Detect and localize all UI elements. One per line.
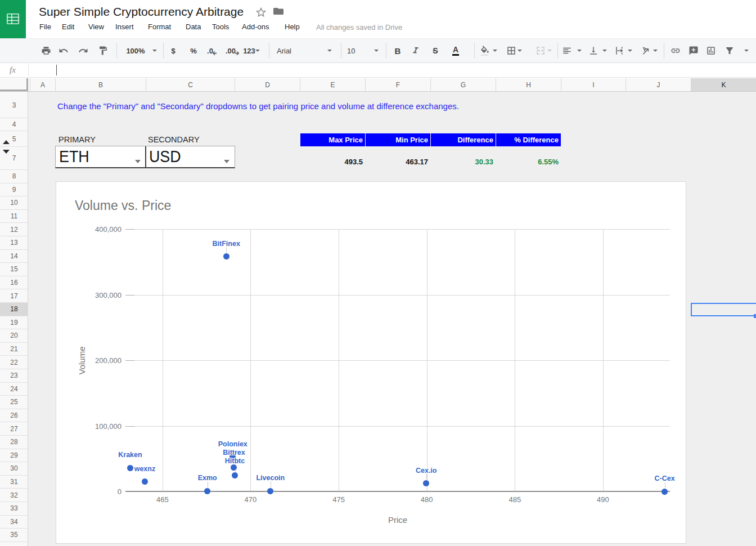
vertical-align-button[interactable]: [584, 39, 603, 62]
column-header-G[interactable]: G: [430, 78, 496, 91]
row-header-10[interactable]: 10: [0, 196, 28, 210]
selected-cell-outline[interactable]: [691, 303, 756, 316]
row-header-21[interactable]: 21: [0, 343, 28, 356]
row-header-27[interactable]: 27: [0, 422, 28, 436]
data-point-bittrex[interactable]: [231, 464, 237, 471]
menu-file[interactable]: File: [39, 23, 51, 31]
save-status[interactable]: All changes saved in Drive: [316, 23, 402, 32]
row-header-22[interactable]: 22: [0, 356, 28, 369]
menu-tools[interactable]: Tools: [212, 23, 229, 31]
row-header-32[interactable]: 32: [0, 489, 28, 502]
horizontal-align-button[interactable]: [557, 39, 577, 62]
font-size-button[interactable]: 10: [347, 39, 392, 62]
text-wrap-dropdown-caret[interactable]: [627, 39, 633, 62]
merge-cells-dropdown-caret[interactable]: [547, 39, 552, 62]
data-point-ccex[interactable]: [662, 489, 668, 495]
menu-addons[interactable]: Add-ons: [242, 23, 269, 31]
undo-button[interactable]: [54, 39, 73, 62]
menu-help[interactable]: Help: [285, 23, 300, 31]
row-header-3[interactable]: 3: [0, 92, 28, 118]
create-filter-button[interactable]: [720, 39, 739, 62]
zoom-dropdown-caret[interactable]: [152, 39, 158, 62]
column-header-D[interactable]: D: [235, 78, 300, 91]
insert-comment-button[interactable]: [684, 39, 703, 62]
italic-button[interactable]: [406, 39, 425, 62]
data-point-wexnz[interactable]: [142, 478, 148, 485]
menu-insert[interactable]: Insert: [115, 23, 134, 31]
row-header-31[interactable]: 31: [0, 476, 28, 489]
column-header-E[interactable]: E: [300, 78, 365, 91]
column-header-J[interactable]: J: [626, 78, 691, 91]
stats-header-cell[interactable]: Min Price: [366, 133, 430, 146]
text-color-button[interactable]: A: [447, 39, 464, 62]
row-header-33[interactable]: 33: [0, 502, 28, 516]
font-size-dropdown-caret[interactable]: [374, 39, 379, 62]
borders-dropdown-caret[interactable]: [517, 39, 523, 62]
cell-primary-label[interactable]: PRIMARY: [58, 135, 96, 144]
more-toolbar-button[interactable]: [741, 39, 752, 62]
row-header-30[interactable]: 30: [0, 462, 28, 476]
data-point-exmo[interactable]: [204, 488, 210, 494]
stats-value-cell[interactable]: 30.33: [431, 158, 496, 166]
fill-color-button[interactable]: [475, 39, 494, 62]
row-header-34[interactable]: 34: [0, 516, 28, 529]
row-header-8[interactable]: 8: [0, 170, 28, 184]
row-header-25[interactable]: 25: [0, 396, 28, 409]
secondary-dropdown-value[interactable]: USD: [149, 147, 181, 166]
cell-secondary-label[interactable]: SECONDARY: [148, 135, 200, 144]
bold-button[interactable]: B: [389, 39, 406, 62]
document-title[interactable]: Super Simple Cryptocurrency Arbitrage: [39, 5, 244, 19]
data-point-bitfinex[interactable]: [223, 253, 230, 259]
row-header-17[interactable]: 17: [0, 289, 28, 303]
secondary-dropdown-caret[interactable]: [224, 160, 230, 163]
insert-chart-button[interactable]: [701, 39, 721, 62]
font-family-button[interactable]: Arial: [277, 39, 322, 62]
select-all-corner[interactable]: [0, 78, 28, 91]
redo-button[interactable]: [74, 39, 93, 62]
horizontal-align-dropdown-caret[interactable]: [577, 39, 582, 62]
chart-card[interactable]: Volume vs. PricePriceVolume400,000300,00…: [56, 181, 686, 544]
stats-header-cell[interactable]: % Difference: [496, 133, 561, 146]
vertical-align-dropdown-caret[interactable]: [602, 39, 608, 62]
zoom-button[interactable]: 100%: [123, 39, 148, 62]
strikethrough-button[interactable]: S: [427, 39, 444, 62]
menu-data[interactable]: Data: [186, 23, 201, 31]
column-header-A[interactable]: A: [30, 78, 55, 91]
star-icon[interactable]: [256, 7, 266, 17]
text-rotation-dropdown-caret[interactable]: [652, 39, 658, 62]
row-header-5[interactable]: 5: [0, 131, 28, 147]
stats-value-cell[interactable]: 493.5: [300, 158, 365, 166]
row-header-26[interactable]: 26: [0, 409, 28, 423]
row-header-28[interactable]: 28: [0, 436, 28, 449]
fill-color-dropdown-caret[interactable]: [492, 39, 498, 62]
data-point-cexio[interactable]: [423, 480, 429, 486]
unhide-row-up-arrow[interactable]: [3, 140, 10, 144]
primary-dropdown-caret[interactable]: [135, 160, 141, 163]
row-header-9[interactable]: 9: [0, 184, 28, 197]
format-currency-button[interactable]: $: [165, 39, 182, 62]
row-header-12[interactable]: 12: [0, 223, 28, 236]
column-header-B[interactable]: B: [55, 78, 146, 91]
row-header-15[interactable]: 15: [0, 263, 28, 276]
column-header-K[interactable]: K: [691, 78, 756, 91]
menu-format[interactable]: Format: [148, 23, 171, 31]
folder-icon[interactable]: [273, 8, 284, 16]
row-header-14[interactable]: 14: [0, 250, 28, 263]
row-header-13[interactable]: 13: [0, 236, 28, 250]
text-wrap-button[interactable]: [610, 39, 629, 62]
paint-format-button[interactable]: [93, 39, 112, 62]
column-header-H[interactable]: H: [496, 78, 561, 91]
row-header-4[interactable]: 4: [0, 118, 28, 131]
row-header-16[interactable]: 16: [0, 276, 28, 290]
more-formats-dropdown-caret[interactable]: [255, 39, 260, 62]
row-header-23[interactable]: 23: [0, 369, 28, 383]
format-percent-button[interactable]: %: [185, 39, 202, 62]
column-header-C[interactable]: C: [146, 78, 235, 91]
decrease-decimal-places-button[interactable]: .0: [204, 39, 220, 62]
data-point-livecoin[interactable]: [267, 488, 273, 494]
row-header-35[interactable]: 35: [0, 529, 28, 542]
menu-edit[interactable]: Edit: [62, 23, 74, 31]
row-header-11[interactable]: 11: [0, 210, 28, 223]
row-header-24[interactable]: 24: [0, 383, 28, 396]
print-button[interactable]: [37, 39, 56, 62]
